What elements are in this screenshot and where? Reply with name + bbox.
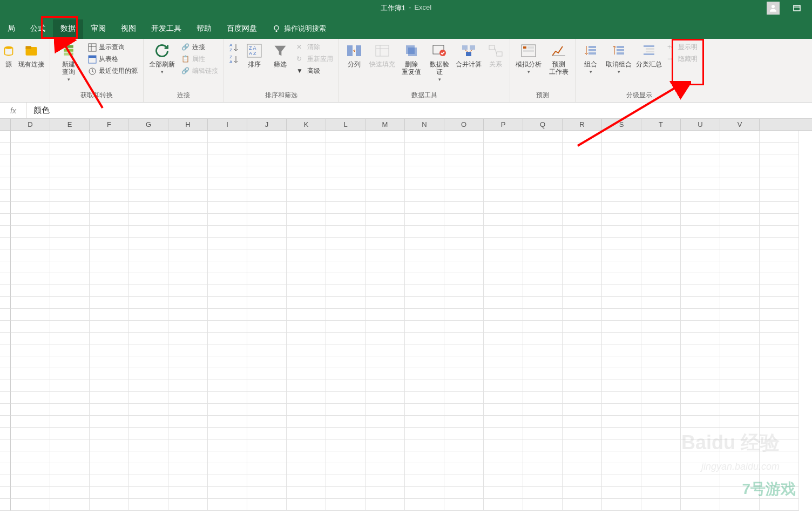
cell[interactable] xyxy=(90,143,129,154)
cell[interactable] xyxy=(681,202,720,214)
cell[interactable] xyxy=(444,321,484,333)
cell[interactable] xyxy=(523,499,563,511)
grid-row[interactable] xyxy=(0,404,812,416)
cell[interactable] xyxy=(287,475,326,487)
cell[interactable] xyxy=(484,226,523,238)
cell[interactable] xyxy=(11,439,50,451)
cell[interactable] xyxy=(129,404,168,416)
cell[interactable] xyxy=(720,380,760,392)
col-header[interactable]: G xyxy=(129,119,168,130)
cell[interactable] xyxy=(405,143,444,154)
cell[interactable] xyxy=(405,261,444,273)
cell[interactable] xyxy=(484,451,523,463)
cell[interactable] xyxy=(208,297,247,309)
cell[interactable] xyxy=(129,202,168,214)
new-query-button[interactable]: 新建 查询 ▾ xyxy=(53,41,84,83)
cell[interactable] xyxy=(563,404,602,416)
cell[interactable] xyxy=(484,214,523,226)
cell[interactable] xyxy=(168,416,208,428)
cell[interactable] xyxy=(641,249,681,261)
cell[interactable] xyxy=(287,416,326,428)
cell[interactable] xyxy=(168,368,208,380)
cell[interactable] xyxy=(326,202,366,214)
cell[interactable] xyxy=(129,428,168,439)
cell[interactable] xyxy=(563,190,602,202)
cell[interactable] xyxy=(11,226,50,238)
cell[interactable] xyxy=(208,475,247,487)
col-header[interactable]: O xyxy=(444,119,484,130)
col-header[interactable]: U xyxy=(681,119,720,130)
cell[interactable] xyxy=(208,487,247,499)
cell[interactable] xyxy=(641,416,681,428)
cell[interactable] xyxy=(444,285,484,297)
cell[interactable] xyxy=(90,344,129,356)
cell[interactable] xyxy=(641,356,681,368)
cell[interactable] xyxy=(484,487,523,499)
cell[interactable] xyxy=(326,297,366,309)
cell[interactable] xyxy=(168,451,208,463)
cell[interactable] xyxy=(720,178,760,190)
cell[interactable] xyxy=(760,178,799,190)
cell[interactable] xyxy=(50,368,90,380)
grid-row[interactable] xyxy=(0,475,812,487)
cell[interactable] xyxy=(287,261,326,273)
cell[interactable] xyxy=(720,273,760,285)
tab-review[interactable]: 审阅 xyxy=(83,19,113,39)
cell[interactable] xyxy=(405,475,444,487)
cell[interactable] xyxy=(760,344,799,356)
col-header[interactable]: V xyxy=(720,119,760,130)
cell[interactable] xyxy=(90,463,129,475)
cell[interactable] xyxy=(484,333,523,344)
grid-row[interactable] xyxy=(0,428,812,439)
cell[interactable] xyxy=(90,285,129,297)
cell[interactable] xyxy=(720,499,760,511)
col-header[interactable]: E xyxy=(50,119,90,130)
cell[interactable] xyxy=(523,131,563,143)
cell[interactable] xyxy=(366,261,405,273)
cell[interactable] xyxy=(760,214,799,226)
cell[interactable] xyxy=(366,404,405,416)
cell[interactable] xyxy=(366,190,405,202)
cell[interactable] xyxy=(484,154,523,166)
cell[interactable] xyxy=(760,475,799,487)
cell[interactable] xyxy=(602,202,641,214)
cell[interactable] xyxy=(11,487,50,499)
grid-row[interactable] xyxy=(0,285,812,297)
cell[interactable] xyxy=(641,380,681,392)
cell[interactable] xyxy=(760,190,799,202)
cell[interactable] xyxy=(208,404,247,416)
col-header[interactable]: S xyxy=(602,119,641,130)
cell[interactable] xyxy=(50,428,90,439)
cell[interactable] xyxy=(168,463,208,475)
cell[interactable] xyxy=(641,261,681,273)
cell[interactable] xyxy=(11,321,50,333)
cell[interactable] xyxy=(681,285,720,297)
cell[interactable] xyxy=(484,344,523,356)
cell[interactable] xyxy=(641,392,681,404)
cell[interactable] xyxy=(405,416,444,428)
cell[interactable] xyxy=(129,344,168,356)
cell[interactable] xyxy=(90,309,129,321)
cell[interactable] xyxy=(11,273,50,285)
cell[interactable] xyxy=(760,463,799,475)
cell[interactable] xyxy=(247,202,287,214)
cell[interactable] xyxy=(602,392,641,404)
cell[interactable] xyxy=(11,499,50,511)
cell[interactable] xyxy=(760,439,799,451)
cell[interactable] xyxy=(326,178,366,190)
cell[interactable] xyxy=(602,356,641,368)
cell[interactable] xyxy=(720,214,760,226)
cell[interactable] xyxy=(523,439,563,451)
cell[interactable] xyxy=(405,499,444,511)
cell[interactable] xyxy=(720,261,760,273)
grid-row[interactable] xyxy=(0,344,812,356)
cell[interactable] xyxy=(641,131,681,143)
cell[interactable] xyxy=(50,416,90,428)
cell[interactable] xyxy=(50,226,90,238)
cell[interactable] xyxy=(681,226,720,238)
user-avatar[interactable] xyxy=(767,2,780,15)
cell[interactable] xyxy=(50,202,90,214)
cell[interactable] xyxy=(405,178,444,190)
sort-desc-button[interactable]: ZA xyxy=(228,54,239,65)
cell[interactable] xyxy=(366,416,405,428)
